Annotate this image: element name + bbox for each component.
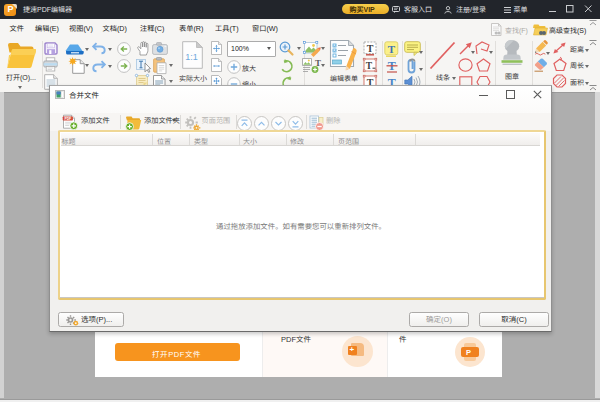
svg-text:T: T <box>366 61 373 71</box>
svg-text:PDF: PDF <box>64 116 71 120</box>
svg-text:T: T <box>367 43 374 54</box>
svg-text:1:1: 1:1 <box>185 52 198 62</box>
svg-text:T: T <box>388 43 396 55</box>
